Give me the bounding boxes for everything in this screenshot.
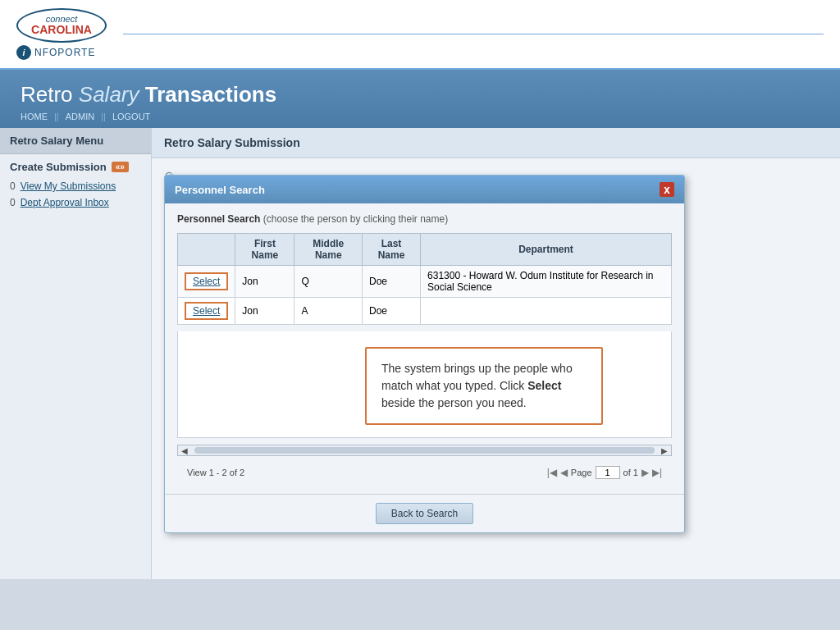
banner-nav: HOME || ADMIN || LOGOUT — [21, 112, 819, 121]
logo-oval: connect CAROLINA — [16, 8, 107, 43]
row1-middle-name: Q — [294, 266, 363, 298]
logo-area: connect CAROLINA i NFOPORTE — [16, 8, 107, 60]
scroll-track[interactable] — [194, 447, 655, 454]
nav-admin[interactable]: ADMIN — [66, 112, 94, 121]
row1-last-name: Doe — [362, 266, 420, 298]
row2-middle-name: A — [294, 298, 363, 325]
nav-logout[interactable]: LOGOUT — [112, 112, 150, 121]
view-count-label: View 1 - 2 of 2 — [187, 468, 244, 477]
col-select — [178, 234, 235, 266]
title-transactions: Transactions — [145, 82, 276, 107]
nav-sep-2: || — [101, 112, 106, 121]
sidebar-arrow-icon: «» — [112, 162, 129, 172]
sidebar-section: Create Submission «» 0 View My Submissio… — [0, 154, 151, 217]
nav-home[interactable]: HOME — [21, 112, 48, 121]
modal-subtitle: Personnel Search (choose the person by c… — [177, 213, 672, 225]
scroll-left-arrow[interactable]: ◀ — [181, 446, 188, 455]
row2-first-name: Jon — [235, 298, 294, 325]
title-salary: Salary — [79, 82, 145, 107]
row1-first-name: Jon — [235, 266, 294, 298]
page-next-icon[interactable]: ▶ — [641, 467, 649, 478]
tooltip-bold-text: Select — [527, 379, 561, 392]
horizontal-scrollbar[interactable]: ◀ ▶ — [177, 445, 672, 456]
tooltip-text-after: beside the person you need. — [381, 396, 527, 409]
col-middle-name: Middle Name — [294, 234, 363, 266]
col-first-name: First Name — [235, 234, 294, 266]
page-first-icon[interactable]: |◀ — [547, 467, 557, 478]
my-submissions-link[interactable]: View My Submissions — [21, 180, 116, 192]
connect-carolina-logo: connect CAROLINA — [16, 8, 107, 43]
my-submissions-count: 0 — [10, 180, 16, 192]
title-retro: Retro — [21, 82, 73, 107]
header-divider — [123, 34, 824, 34]
modal-subtitle-note: (choose the person by clicking their nam… — [263, 213, 448, 225]
logo-carolina-text: CAROLINA — [31, 24, 92, 36]
dept-approval-count: 0 — [10, 197, 16, 208]
content-area: Retro Salary Submission 🔍 << Select an E… — [152, 128, 840, 579]
main-container: Retro Salary Menu Create Submission «» 0… — [0, 128, 840, 579]
page-last-icon[interactable]: ▶| — [652, 467, 662, 478]
row2-department — [421, 298, 672, 325]
page-label: Page — [571, 468, 592, 477]
page-banner: Retro Salary Transactions HOME || ADMIN … — [0, 70, 840, 128]
content-header: Retro Salary Submission — [152, 128, 840, 158]
modal-title: Personnel Search — [175, 184, 265, 196]
pagination: |◀ ◀ Page of 1 ▶ ▶| — [547, 466, 662, 479]
results-table: First Name Middle Name Last Name Departm… — [177, 233, 672, 325]
modal-subtitle-text: Personnel Search — [177, 213, 260, 225]
col-department: Department — [421, 234, 672, 266]
logo-i-icon: i — [16, 45, 31, 60]
row1-select-button[interactable]: Select — [185, 272, 228, 290]
modal-close-button[interactable]: x — [660, 182, 674, 197]
row2-last-name: Doe — [362, 298, 420, 325]
sidebar-create: Create Submission «» — [10, 161, 141, 173]
scroll-right-arrow[interactable]: ▶ — [661, 446, 668, 455]
sidebar-item-my-submissions: 0 View My Submissions — [10, 178, 141, 194]
table-header-row: First Name Middle Name Last Name Departm… — [178, 234, 672, 266]
sidebar-item-dept-approval: 0 Dept Approval Inbox — [10, 194, 141, 211]
sidebar-create-label: Create Submission — [10, 161, 107, 173]
back-to-search-button[interactable]: Back to Search — [376, 503, 473, 524]
sidebar-header: Retro Salary Menu — [0, 128, 151, 154]
back-search-area: Back to Search — [165, 494, 684, 532]
modal-header: Personnel Search x — [165, 176, 684, 203]
app-header: connect CAROLINA i NFOPORTE — [0, 0, 840, 70]
row2-select-cell: Select — [178, 298, 235, 325]
page-prev-icon[interactable]: ◀ — [560, 467, 568, 478]
content-body: 🔍 << Select an Employee Personnel Search… — [152, 158, 840, 198]
page-of-label: of 1 — [623, 468, 638, 477]
infoporte-logo: i NFOPORTE — [16, 45, 95, 60]
modal-footer: View 1 - 2 of 2 |◀ ◀ Page of 1 ▶ ▶| — [177, 461, 672, 484]
nav-sep-1: || — [54, 112, 59, 121]
table-row: Select Jon Q Doe 631300 - Howard W. Odum… — [178, 266, 672, 298]
row2-select-button[interactable]: Select — [185, 302, 228, 320]
logo-infoporte-text: NFOPORTE — [34, 47, 95, 58]
row1-department: 631300 - Howard W. Odum Institute for Re… — [421, 266, 672, 298]
row1-select-cell: Select — [178, 266, 235, 298]
table-row: Select Jon A Doe — [178, 298, 672, 325]
sidebar: Retro Salary Menu Create Submission «» 0… — [0, 128, 152, 579]
tooltip-box: The system brings up the people who matc… — [365, 347, 603, 425]
page-input[interactable] — [596, 466, 620, 479]
col-last-name: Last Name — [362, 234, 420, 266]
page-title: Retro Salary Transactions — [21, 82, 819, 107]
dept-approval-link[interactable]: Dept Approval Inbox — [21, 197, 109, 208]
